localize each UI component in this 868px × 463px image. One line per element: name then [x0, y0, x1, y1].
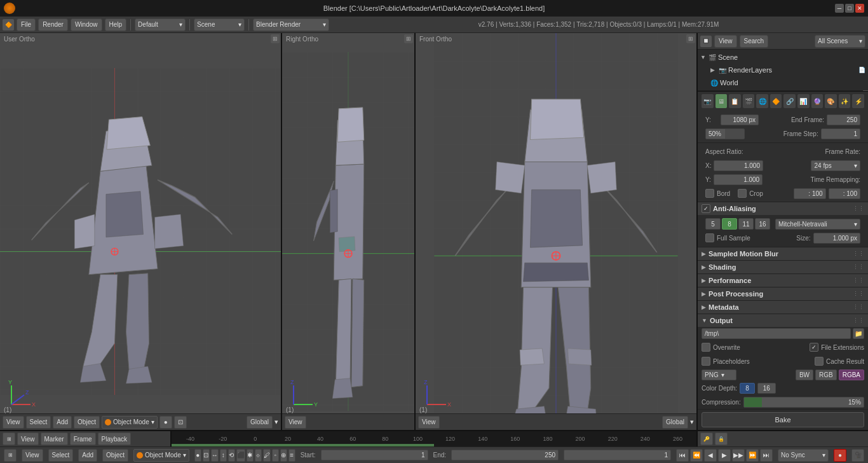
output-folder-btn[interactable]: 📁 [853, 328, 864, 339]
output-path-input[interactable]: /tmp\ [702, 328, 851, 339]
pb-prev-frame[interactable]: ⏪ [690, 449, 703, 462]
end-frame-value[interactable]: 250 [827, 114, 860, 125]
sb-icon-9[interactable]: 🖊 [263, 449, 271, 462]
render-tab-scene[interactable]: 🎬 [743, 94, 755, 108]
scene-dropdown[interactable]: Scene ▾ [194, 18, 245, 31]
render-tab-camera[interactable]: 📷 [702, 94, 714, 108]
mode-dropdown-left[interactable]: Object Mode ▾ [102, 416, 158, 429]
compression-slider[interactable]: 15% [743, 397, 864, 408]
status-view[interactable]: View [22, 449, 43, 462]
render-menu[interactable]: Render [38, 18, 68, 31]
status-mode-dropdown[interactable]: Object Mode ▾ [133, 449, 189, 462]
full-sample-checkbox[interactable] [705, 233, 714, 242]
status-object[interactable]: Object [102, 449, 128, 462]
pp-header[interactable]: ▶ Post Processing ⋮⋮ [698, 287, 868, 300]
aspect-y-value[interactable]: 1.000 [714, 174, 763, 185]
minimize-button[interactable]: ─ [835, 4, 844, 13]
sb-icon-8[interactable]: ⟐ [255, 449, 262, 462]
output-header[interactable]: ▼ Output ⋮⋮ [698, 314, 868, 327]
close-button[interactable]: ✕ [855, 4, 864, 13]
sb-icon-4[interactable]: ↕ [220, 449, 227, 462]
viewport-toggle-mid[interactable]: ⊞ [404, 34, 413, 43]
frame-current[interactable]: 1 [564, 450, 671, 460]
tl-view-btn[interactable]: ⊞ [3, 432, 15, 445]
format-dropdown[interactable]: PNG ▾ [702, 370, 736, 380]
aspect-x-value[interactable]: 1.000 [714, 160, 763, 171]
pb-jump-start[interactable]: ⏮ [676, 449, 689, 462]
render-tab-material[interactable]: 🔮 [811, 94, 824, 108]
record-icon-2[interactable]: 🎥 [851, 449, 864, 462]
rgba-btn[interactable]: RGBA [839, 370, 864, 380]
render-tab-physics[interactable]: ⚡ [852, 94, 864, 108]
sync-dropdown[interactable]: No Sync ▾ [778, 449, 829, 462]
bake-button[interactable]: Bake [702, 412, 864, 427]
fps-dropdown[interactable]: 24 fps ▾ [811, 160, 860, 171]
object-btn-left[interactable]: Object [74, 416, 100, 429]
render-tab-texture[interactable]: 🎨 [825, 94, 837, 108]
sb-icon-1[interactable]: ● [194, 449, 201, 462]
viewport-right-ortho[interactable]: Right Ortho ⊞ [282, 33, 416, 430]
pb-next-key[interactable]: ▶▶ [732, 449, 745, 462]
render-tab-particles[interactable]: ✨ [839, 94, 851, 108]
status-icon-left[interactable]: ⊞ [4, 449, 17, 462]
aa-btn-16[interactable]: 16 [755, 218, 770, 230]
maximize-button[interactable]: □ [845, 4, 854, 13]
render-tab-render[interactable]: 🖥 [715, 94, 728, 108]
render-tab-layers[interactable]: 📋 [729, 94, 741, 108]
aa-btn-8[interactable]: 8 [722, 218, 737, 230]
panel-view-btn[interactable]: 🔲 [700, 36, 712, 47]
tl-view-label[interactable]: View [17, 432, 39, 445]
tree-item-world[interactable]: 🌐 World [698, 76, 868, 89]
tl-marker-label[interactable]: Marker [41, 432, 68, 445]
render-tab-object[interactable]: 🔶 [770, 94, 782, 108]
sb-icon-6[interactable]: ⬛ [236, 449, 245, 462]
pb-prev-key[interactable]: ◀ [704, 449, 717, 462]
global-btn-right[interactable]: Global [662, 416, 688, 429]
bw-btn[interactable]: BW [796, 370, 813, 380]
depth-8-btn[interactable]: 8 [740, 383, 755, 394]
pb-play[interactable]: ▶ [718, 449, 731, 462]
viewport-front-ortho[interactable]: Front Ortho ⊞ [416, 33, 696, 430]
scenes-dropdown[interactable]: All Scenes ▾ [815, 35, 865, 48]
render-tab-data[interactable]: 📊 [797, 94, 810, 108]
overwrite-checkbox[interactable] [702, 343, 710, 352]
pb-next-frame[interactable]: ⏩ [746, 449, 759, 462]
record-btn[interactable]: ● [834, 449, 846, 462]
bord-checkbox[interactable] [705, 189, 714, 198]
shading-header[interactable]: ▶ Shading ⋮⋮ [698, 261, 868, 273]
end-value[interactable]: 250 [451, 450, 559, 460]
rgb-btn[interactable]: RGB [815, 370, 837, 380]
layout-dropdown[interactable]: Default ▾ [135, 18, 186, 31]
panel-view-label[interactable]: View [714, 35, 737, 48]
sb-icon-7[interactable]: ✱ [247, 449, 254, 462]
time-new-val[interactable]: : 100 [829, 188, 860, 199]
aa-size-value[interactable]: 1.000 px [813, 233, 860, 244]
tree-item-renderlayers[interactable]: ▶ 📷 RenderLayers 📄 [698, 64, 868, 76]
select-btn-left[interactable]: Select [26, 416, 51, 429]
sb-icon-10[interactable]: ◦ [272, 449, 279, 462]
status-select[interactable]: Select [48, 449, 74, 462]
aa-section-header[interactable]: Anti-Aliasing ⋮⋮ [698, 202, 868, 215]
render-tab-world[interactable]: 🌐 [756, 94, 768, 108]
aa-filter-dropdown[interactable]: Mitchell-Netravali ▾ [775, 219, 860, 230]
view-icon-snap[interactable]: ⊡ [174, 416, 187, 429]
aa-enable-checkbox[interactable] [702, 204, 710, 213]
sb-icon-12[interactable]: ≡ [288, 449, 295, 462]
file-ext-checkbox[interactable] [810, 343, 818, 352]
pb-jump-end[interactable]: ⏭ [760, 449, 773, 462]
depth-16-btn[interactable]: 16 [757, 383, 776, 394]
window-menu[interactable]: Window [71, 18, 102, 31]
res-y-value[interactable]: 1080 px [721, 114, 759, 125]
sb-icon-3[interactable]: ↔ [211, 449, 219, 462]
start-value[interactable]: 1 [321, 450, 428, 460]
percent-value[interactable]: 50% [705, 128, 745, 139]
view-btn-mid[interactable]: View [285, 416, 306, 429]
view-btn-left[interactable]: View [3, 416, 24, 429]
perf-header[interactable]: ▶ Performance ⋮⋮ [698, 274, 868, 287]
tree-item-scene[interactable]: ▼ 🎬 Scene [698, 51, 868, 64]
sb-icon-11[interactable]: ⊕ [280, 449, 287, 462]
sb-icon-5[interactable]: ⟲ [228, 449, 235, 462]
file-menu[interactable]: File [17, 18, 36, 31]
status-add[interactable]: Add [78, 449, 97, 462]
viewport-user-ortho[interactable]: User Ortho ⊞ [0, 33, 282, 430]
